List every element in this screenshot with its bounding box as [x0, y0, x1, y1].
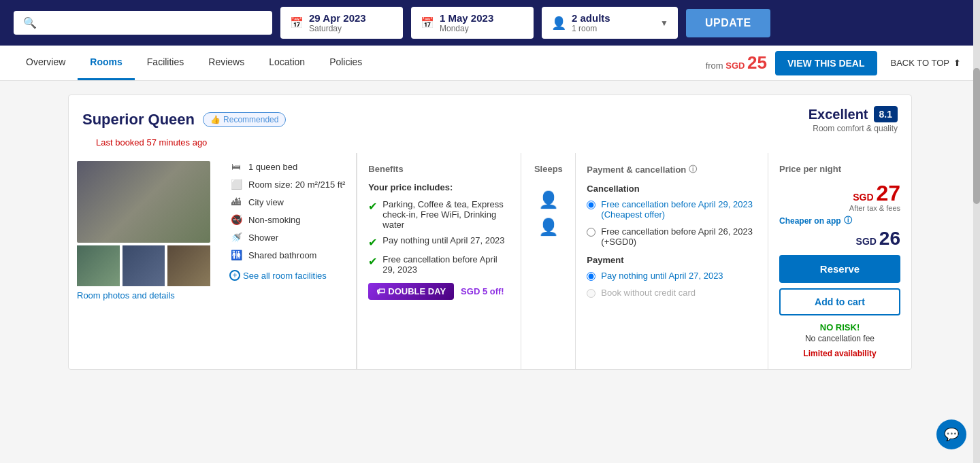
cancel-option-1[interactable]: Free cancellation before April 29, 2023 …	[587, 199, 757, 220]
price-per-night-label: Price per night	[779, 164, 841, 174]
from-price: from SGD 25	[706, 52, 767, 73]
guests-adults: 2 adults	[572, 12, 649, 24]
nav-price: 25	[747, 52, 767, 73]
update-button[interactable]: UPDATE	[686, 9, 770, 37]
app-currency: SGD	[856, 236, 877, 247]
pay-nothing-link[interactable]: Pay nothing until April 27, 2023	[601, 271, 723, 281]
amenity-view: 🏙 City view	[229, 196, 345, 207]
info-icon: ⓘ	[689, 164, 697, 175]
room-image-3[interactable]	[122, 245, 165, 286]
price-amount: 27	[876, 181, 900, 205]
benefit-item-1: ✔ Parking, Coffee & tea, Express check-i…	[368, 199, 510, 230]
cancel-radio-2[interactable]	[587, 228, 595, 237]
room-title: Superior Queen	[82, 111, 195, 128]
no-cancel-fee: No cancellation fee	[779, 334, 900, 343]
amenity-bathroom-label: Shared bathroom	[248, 250, 316, 260]
no-cc-option[interactable]: Book without credit card	[587, 288, 757, 298]
price-header: Price per night	[779, 164, 900, 174]
room-title-row: Superior Queen 👍 Recommended Excellent 8…	[82, 106, 898, 133]
checkout-date-box[interactable]: 📅 1 May 2023 Monday	[411, 7, 534, 39]
room-image-4[interactable]	[167, 245, 210, 286]
col-price: Price per night SGD 27 After tax & fees …	[768, 153, 911, 369]
back-to-top[interactable]: BACK TO TOP ⬆	[885, 52, 966, 73]
guests-info: 2 adults 1 room	[572, 12, 649, 33]
amenity-smoking-label: Non-smoking	[248, 215, 301, 225]
search-input[interactable]: Ajang Hotel	[42, 17, 263, 29]
last-booked: Last booked 57 minutes ago	[96, 133, 898, 153]
nav-location[interactable]: Location	[257, 46, 317, 80]
nav-reviews[interactable]: Reviews	[196, 46, 257, 80]
check-icon-3: ✔	[368, 255, 377, 268]
size-icon: ⬜	[229, 179, 243, 190]
cancel-link-1[interactable]: Free cancellation before April 29, 2023 …	[601, 199, 753, 220]
checkin-day: Saturday	[309, 24, 366, 33]
add-to-cart-button[interactable]: Add to cart	[779, 288, 900, 315]
guests-box[interactable]: 👤 2 adults 1 room ▼	[542, 7, 678, 39]
nav-bar: Overview Rooms Facilities Reviews Locati…	[0, 46, 980, 81]
main-content: Superior Queen 👍 Recommended Excellent 8…	[54, 81, 926, 383]
person-icon-2: 👤	[538, 218, 559, 237]
room-card: Superior Queen 👍 Recommended Excellent 8…	[68, 95, 912, 370]
benefit-text-2: Pay nothing until April 27, 2023	[382, 235, 504, 245]
nav-right: from SGD 25 VIEW THIS DEAL BACK TO TOP ⬆	[706, 51, 966, 75]
benefits-header: Benefits	[368, 164, 510, 174]
see-facilities[interactable]: + See all room facilities	[229, 270, 345, 281]
sleeps-title: Sleeps	[534, 164, 563, 174]
room-card-header: Superior Queen 👍 Recommended Excellent 8…	[69, 95, 911, 153]
checkin-info: 29 Apr 2023 Saturday	[309, 12, 366, 33]
col-payment: Payment & cancellation ⓘ Cancellation Fr…	[576, 153, 768, 369]
room-image-row	[77, 245, 210, 286]
promo-label: DOUBLE DAY	[388, 286, 446, 296]
nav-overview[interactable]: Overview	[14, 46, 78, 80]
room-image-2[interactable]	[77, 245, 120, 286]
nav-currency: SGD	[725, 61, 745, 71]
chevron-down-icon: ▼	[660, 18, 668, 28]
amenity-view-label: City view	[248, 197, 284, 207]
benefits-title: Benefits	[368, 164, 403, 174]
pay-nothing-option[interactable]: Pay nothing until April 27, 2023	[587, 271, 757, 281]
nav-policies[interactable]: Policies	[317, 46, 374, 80]
search-icon: 🔍	[23, 16, 37, 29]
calendar-icon: 📅	[290, 16, 304, 29]
sleep-icons: 👤 👤	[538, 188, 559, 239]
room-image-main[interactable]	[77, 161, 210, 243]
col-benefits: Benefits Your price includes: ✔ Parking,…	[357, 153, 521, 369]
cancel-option-2[interactable]: Free cancellation before April 26, 2023 …	[587, 226, 757, 247]
scrollbar[interactable]	[973, 0, 980, 383]
room-left-section: Room photos and details 🛏 1 queen bed ⬜ …	[69, 153, 357, 369]
nav-rooms[interactable]: Rooms	[78, 46, 134, 80]
room-photos-link[interactable]: Room photos and details	[77, 290, 210, 301]
search-box[interactable]: 🔍 Ajang Hotel	[14, 11, 272, 35]
reserve-button[interactable]: Reserve	[779, 255, 900, 283]
arrow-up-icon: ⬆	[953, 58, 961, 68]
shower-icon: 🚿	[229, 232, 243, 243]
payment-section: Payment Pay nothing until April 27, 2023…	[587, 255, 757, 298]
person-icon: 👤	[551, 16, 566, 31]
amenity-shower-label: Shower	[248, 233, 278, 243]
pay-nothing-radio[interactable]	[587, 272, 595, 281]
view-deal-button[interactable]: VIEW THIS DEAL	[775, 51, 877, 75]
cancel-radio-1[interactable]	[587, 201, 595, 209]
header: 🔍 Ajang Hotel 📅 29 Apr 2023 Saturday 📅 1…	[0, 0, 980, 46]
see-facilities-label: See all room facilities	[243, 271, 327, 281]
recommended-label: Recommended	[223, 115, 278, 124]
amenity-shower: 🚿 Shower	[229, 232, 345, 243]
excellent-row: Excellent 8.1	[808, 106, 898, 122]
nav-facilities[interactable]: Facilities	[135, 46, 196, 80]
amenity-smoking: 🚭 Non-smoking	[229, 214, 345, 225]
double-day-badge: 🏷 DOUBLE DAY	[368, 283, 454, 300]
cheaper-label: Cheaper on app	[779, 216, 841, 226]
checkin-date-box[interactable]: 📅 29 Apr 2023 Saturday	[280, 7, 403, 39]
payment-title: Payment & cancellation	[587, 165, 686, 175]
no-risk-block: NO RISK! No cancellation fee	[779, 322, 900, 343]
amenity-size-label: Room size: 20 m²/215 ft²	[248, 179, 345, 190]
amenity-bed: 🛏 1 queen bed	[229, 161, 345, 172]
cancel-option-2-text: Free cancellation before April 26, 2023 …	[601, 226, 757, 247]
amenity-bathroom: 🚻 Shared bathroom	[229, 250, 345, 260]
amenity-size: ⬜ Room size: 20 m²/215 ft²	[229, 179, 345, 190]
scroll-thumb[interactable]	[973, 68, 980, 204]
no-cc-radio[interactable]	[587, 289, 595, 298]
bathroom-icon: 🚻	[229, 250, 243, 260]
person-icon-1: 👤	[538, 190, 559, 209]
benefit-item-2: ✔ Pay nothing until April 27, 2023	[368, 235, 510, 249]
